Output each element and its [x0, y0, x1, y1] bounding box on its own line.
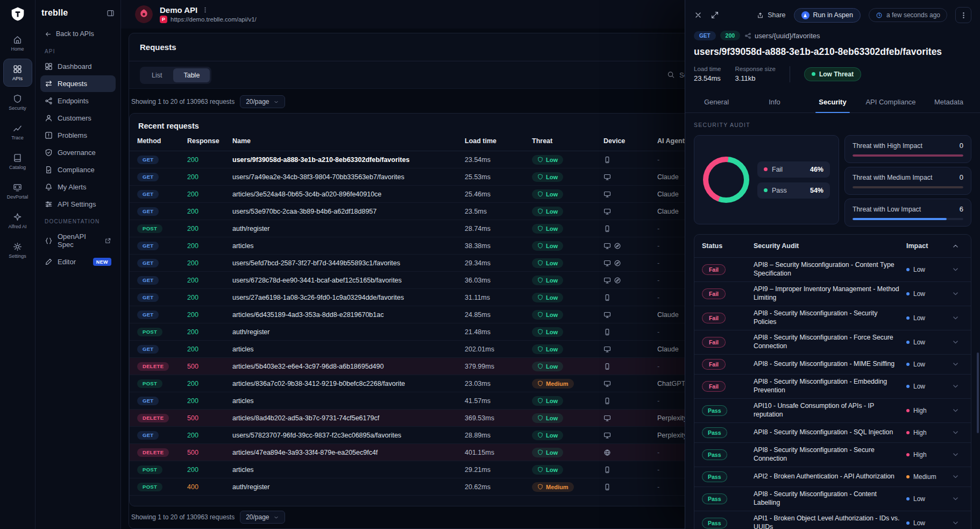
chevron-down-icon[interactable]	[951, 265, 960, 273]
expand-icon[interactable]	[711, 11, 719, 19]
request-row[interactable]: DELETE500articles/8ad4b202-ad5a-3b7c-973…	[130, 410, 702, 427]
request-name: articles	[232, 466, 465, 474]
response-size-label: Response size	[735, 66, 776, 72]
chevron-down-icon[interactable]	[951, 382, 960, 390]
close-icon[interactable]	[694, 11, 702, 19]
request-row[interactable]: POST200articles29.21msLow-	[130, 461, 702, 478]
threat-badge: Low	[532, 172, 563, 182]
request-row[interactable]: GET200users/5efd7bcd-2587-3f27-bf7d-3449…	[130, 255, 702, 272]
status-code: 200	[187, 242, 232, 250]
audit-impact: Low	[906, 383, 951, 390]
sidebar-item-label: Customers	[58, 114, 91, 122]
treblle-logo-icon[interactable]	[10, 6, 25, 22]
sidebar-item-dashboard[interactable]: Dashboard	[40, 58, 116, 75]
audit-row[interactable]: FailAPI8 - Security Misconfiguration - E…	[694, 374, 971, 398]
request-row[interactable]: DELETE500articles/5b403e32-e6e4-3c97-96d…	[130, 358, 702, 375]
device-icons	[603, 277, 657, 284]
run-in-aspen-button[interactable]: Run in Aspen	[794, 8, 861, 23]
request-row[interactable]: GET200users/6728c78d-ee90-3441-bcaf-abef…	[130, 272, 702, 289]
chevron-down-icon[interactable]	[951, 314, 960, 322]
request-row[interactable]: GET200users/53e970bc-2caa-3b89-b4b6-a62d…	[130, 203, 702, 220]
request-row[interactable]: GET200articles/3e524a48-0b65-3c4b-a020-8…	[130, 186, 702, 203]
api-base-url: https://demo.treblle.com/api/v1/	[171, 16, 257, 23]
request-row[interactable]: DELETE500articles/47ea894e-3a93-33f4-879…	[130, 444, 702, 461]
sidebar-item-compliance[interactable]: Compliance	[40, 161, 116, 178]
rail-item-home[interactable]: Home	[3, 29, 32, 57]
request-row[interactable]: GET200articles202.01msLowClaude	[130, 341, 702, 358]
chevron-down-icon[interactable]	[951, 450, 960, 459]
request-row[interactable]: GET200users/27ae6198-1a08-3c26-9fd0-1c9a…	[130, 289, 702, 306]
request-row[interactable]: POST200auth/register28.74msLow-	[130, 220, 702, 237]
request-row[interactable]: POST200auth/register21.48msLow-	[130, 323, 702, 341]
audit-row[interactable]: FailAPI8 - Security Misconfiguration - M…	[694, 354, 971, 374]
tab-general[interactable]: General	[687, 91, 745, 112]
per-page-select[interactable]: 20/page	[240, 95, 285, 108]
chevron-up-icon[interactable]	[951, 242, 960, 250]
audit-row[interactable]: PassAPI10 - Unsafe Consumption of APIs -…	[694, 398, 971, 422]
request-row[interactable]: GET200articles/6d435189-4ad3-353a-8dd8-e…	[130, 306, 702, 323]
rail-item-alfred-ai[interactable]: Alfred AI	[3, 207, 32, 235]
request-name: users/53e970bc-2caa-3b89-b4b6-a62df18d89…	[232, 208, 465, 215]
rail-item-trace[interactable]: Trace	[3, 118, 32, 146]
drawer-scrollbar[interactable]	[977, 352, 979, 433]
chevron-down-icon[interactable]	[951, 519, 960, 527]
chevron-down-icon[interactable]	[951, 360, 960, 368]
request-row[interactable]: GET200articles41.57msLow-	[130, 392, 702, 410]
sidebar-item-problems[interactable]: Problems	[40, 127, 116, 144]
rail-item-settings[interactable]: Settings	[3, 236, 32, 264]
per-page-select[interactable]: 20/page	[240, 511, 285, 524]
share-button[interactable]: Share	[757, 11, 785, 19]
chevron-down-icon[interactable]	[951, 495, 960, 503]
request-row[interactable]: GET200users/57823707-96fd-39cc-9837-f2c3…	[130, 427, 702, 444]
sidebar-item-editor[interactable]: EditorNEW	[40, 253, 116, 270]
sidebar-item-requests[interactable]: Requests	[40, 75, 116, 92]
rail-item-security[interactable]: Security	[3, 88, 32, 116]
share-icon	[757, 12, 764, 19]
drawer-menu-button[interactable]	[955, 7, 971, 23]
chevron-down-icon[interactable]	[951, 428, 960, 436]
tab-api-compliance[interactable]: API Compliance	[862, 91, 920, 112]
request-row[interactable]: POST200articles/836a7c02-9b38-3412-9219-…	[130, 375, 702, 392]
method-badge: GET	[137, 242, 159, 250]
sidebar-item-endpoints[interactable]: Endpoints	[40, 93, 116, 109]
rail-item-apis[interactable]: APIs	[3, 59, 32, 87]
collapse-sidebar-icon[interactable]	[106, 9, 115, 17]
request-row[interactable]: POST400auth/register20.62msMedium-	[130, 478, 702, 496]
audit-row[interactable]: PassAPI8 - Security Misconfiguration - S…	[694, 442, 971, 467]
rail-item-catalog[interactable]: Catalog	[3, 147, 32, 175]
audit-row[interactable]: PassAPI8 - Security Misconfiguration - C…	[694, 486, 971, 511]
sidebar-item-label: Requests	[58, 80, 87, 88]
audit-row[interactable]: PassAPI1 - Broken Object Level Authoriza…	[694, 511, 971, 529]
new-badge: NEW	[93, 258, 111, 266]
tab-metadata[interactable]: Metadata	[920, 91, 978, 112]
security-audit-table: StatusSecurity AuditImpact FailAPI8 – Se…	[694, 234, 971, 529]
endpoint-icon	[744, 32, 751, 39]
drawer-toolbar: Share Run in Aspen a few seconds ago	[685, 0, 980, 29]
tab-security[interactable]: Security	[804, 91, 862, 112]
audit-row[interactable]: PassAPI2 - Broken Authentication - API A…	[694, 467, 971, 486]
chevron-down-icon[interactable]	[951, 338, 960, 346]
back-to-apis-link[interactable]: Back to APIs	[40, 26, 116, 43]
sidebar-item-governance[interactable]: Governance	[40, 144, 116, 161]
request-row[interactable]: GET200users/9f39058d-a888-3e1b-a210-8eb6…	[130, 151, 702, 168]
per-page-value: 20/page	[246, 98, 269, 105]
chevron-down-icon[interactable]	[951, 406, 960, 414]
view-toggle-list[interactable]: List	[141, 68, 172, 82]
rail-item-devportal[interactable]: DevPortal	[3, 177, 32, 205]
audit-row[interactable]: FailAPI9 – Improper Inventory Management…	[694, 281, 971, 306]
tab-info[interactable]: Info	[745, 91, 804, 112]
audit-row[interactable]: FailAPI8 - Security Misconfiguration - F…	[694, 330, 971, 354]
audit-row[interactable]: FailAPI8 – Security Misconfiguration - C…	[694, 257, 971, 281]
audit-row[interactable]: FailAPI8 - Security Misconfiguration - S…	[694, 306, 971, 330]
sidebar-item-openapi-spec[interactable]: OpenAPI Spec	[40, 228, 116, 253]
request-row[interactable]: GET200users/7a49ea2e-34cb-38f3-9804-70bb…	[130, 168, 702, 186]
chevron-down-icon[interactable]	[951, 472, 960, 481]
sidebar-item-customers[interactable]: Customers	[40, 110, 116, 126]
sidebar-item-my-alerts[interactable]: My Alerts	[40, 179, 116, 195]
request-row[interactable]: GET200articles38.38msLow-	[130, 237, 702, 255]
chevron-down-icon[interactable]	[951, 290, 960, 298]
audit-row[interactable]: PassAPI8 - Security Misconfiguration - S…	[694, 422, 971, 442]
api-menu-icon[interactable]	[202, 6, 209, 13]
sidebar-item-api-settings[interactable]: API Settings	[40, 196, 116, 213]
view-toggle-table[interactable]: Table	[173, 68, 210, 82]
